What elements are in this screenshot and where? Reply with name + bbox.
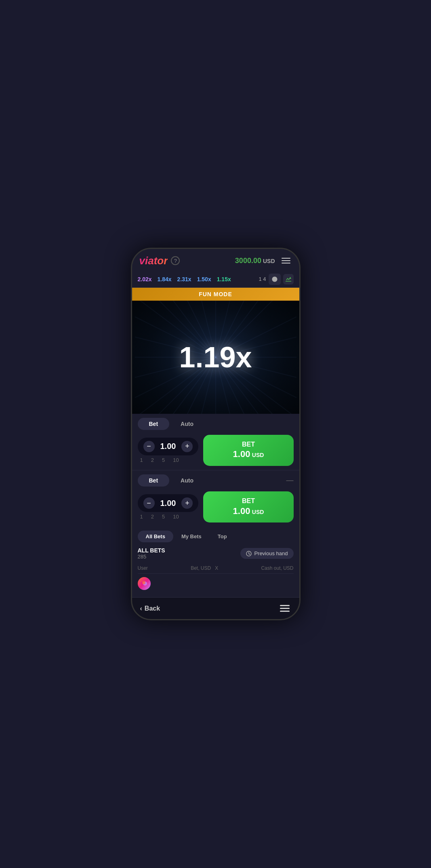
bet-row-1: − 1.00 + 1 2 5 10 BET 1.00 USD bbox=[138, 435, 294, 466]
bet-increase-2[interactable]: + bbox=[181, 497, 193, 509]
fun-mode-label: FUN MODE bbox=[199, 291, 232, 297]
bet-quick-1: 1 2 5 10 bbox=[138, 457, 199, 463]
bet-quick-2: 1 2 5 10 bbox=[138, 514, 199, 520]
bet-tab-1-auto[interactable]: Auto bbox=[169, 418, 205, 430]
avatar-icon bbox=[140, 579, 148, 588]
clock-icon bbox=[246, 551, 252, 556]
hamburger-button[interactable] bbox=[278, 603, 291, 613]
header: viator ? 3000.00USD bbox=[132, 249, 299, 271]
phone-inner: viator ? 3000.00USD 2.02x 1.84x 2.31x bbox=[132, 249, 299, 619]
bet-tabs-2: Bet Auto bbox=[138, 474, 294, 487]
back-icon: ‹ bbox=[140, 605, 142, 612]
bets-count: 285 bbox=[138, 554, 165, 560]
hamburger-line-1 bbox=[280, 605, 290, 606]
col-bet: Bet, USD X bbox=[191, 565, 218, 571]
main-multiplier: 1.19x bbox=[179, 341, 252, 374]
help-button[interactable]: ? bbox=[171, 256, 180, 265]
bet-quick-1-5[interactable]: 5 bbox=[162, 457, 165, 463]
col-user: User bbox=[138, 565, 148, 571]
mult-item-5[interactable]: 1.15x bbox=[217, 276, 231, 282]
bet-quick-1-1[interactable]: 1 bbox=[140, 457, 143, 463]
mult-item-2[interactable]: 1.84x bbox=[158, 276, 172, 282]
mult-item-3[interactable]: 2.31x bbox=[177, 276, 191, 282]
bet-quick-2-2[interactable]: 2 bbox=[151, 514, 154, 520]
bet-input-group-1: − 1.00 + bbox=[138, 438, 199, 455]
bets-section: All Bets My Bets Top ALL BETS 285 Previo… bbox=[132, 527, 299, 597]
hamburger-line-3 bbox=[280, 611, 290, 612]
svg-point-36 bbox=[142, 581, 145, 584]
bet-quick-2-5[interactable]: 5 bbox=[162, 514, 165, 520]
bet-button-2-currency: USD bbox=[252, 509, 264, 515]
mult-count: 1 4 bbox=[259, 276, 266, 282]
mult-item-1[interactable]: 2.02x bbox=[138, 276, 152, 282]
col-cashout: Cash out, USD bbox=[261, 565, 293, 571]
bet-panel-2: Bet Auto — − 1.00 + 1 2 5 10 bbox=[132, 470, 299, 527]
bet-quick-1-2[interactable]: 2 bbox=[151, 457, 154, 463]
bet-row-2: − 1.00 + 1 2 5 10 BET 1.00 USD bbox=[138, 491, 294, 522]
bet-quick-1-10[interactable]: 10 bbox=[173, 457, 179, 463]
bet-button-1-currency: USD bbox=[252, 452, 264, 458]
graph-button[interactable] bbox=[283, 274, 294, 284]
bets-title-group: ALL BETS 285 bbox=[138, 547, 165, 560]
bet-tab-2-bet[interactable]: Bet bbox=[138, 474, 170, 487]
back-label: Back bbox=[145, 605, 160, 612]
help-icon-label: ? bbox=[174, 258, 177, 264]
header-right: 3000.00USD bbox=[235, 256, 292, 265]
bet-quick-2-10[interactable]: 10 bbox=[173, 514, 179, 520]
back-button[interactable]: ‹ Back bbox=[140, 605, 160, 612]
bets-tab-top[interactable]: Top bbox=[210, 531, 235, 542]
bet-button-2[interactable]: BET 1.00 USD bbox=[203, 491, 293, 522]
phone-frame: viator ? 3000.00USD 2.02x 1.84x 2.31x bbox=[131, 248, 301, 621]
fun-mode-banner: FUN MODE bbox=[132, 288, 299, 301]
previous-hand-button[interactable]: Previous hand bbox=[240, 548, 293, 559]
menu-line-1 bbox=[282, 258, 290, 259]
header-left: viator ? bbox=[139, 255, 180, 267]
minimize-button[interactable]: — bbox=[286, 476, 294, 485]
bet-quick-2-1[interactable]: 1 bbox=[140, 514, 143, 520]
bets-tabs: All Bets My Bets Top bbox=[138, 531, 294, 542]
balance-amount: 3000.00 bbox=[235, 257, 261, 265]
bet-button-1[interactable]: BET 1.00 USD bbox=[203, 435, 293, 466]
mult-item-4[interactable]: 1.50x bbox=[197, 276, 211, 282]
app-logo: viator bbox=[139, 255, 168, 267]
bet-value-1: 1.00 bbox=[160, 442, 176, 451]
bet-tabs-1: Bet Auto bbox=[138, 418, 294, 430]
bet-button-1-amount: 1.00 bbox=[233, 449, 250, 459]
bets-title: ALL BETS bbox=[138, 547, 165, 554]
bets-tab-all[interactable]: All Bets bbox=[138, 531, 173, 542]
history-button[interactable] bbox=[269, 274, 281, 285]
bets-header: ALL BETS 285 Previous hand bbox=[138, 547, 294, 560]
menu-line-2 bbox=[282, 260, 290, 261]
avatar bbox=[138, 577, 151, 590]
balance-display: 3000.00USD bbox=[235, 257, 275, 265]
bet-button-2-amount: 1.00 bbox=[233, 506, 250, 516]
bet-decrease-1[interactable]: − bbox=[143, 441, 155, 452]
bets-columns: User Bet, USD X Cash out, USD bbox=[138, 563, 294, 574]
bet-value-2: 1.00 bbox=[160, 499, 176, 508]
game-area: 1.19x bbox=[132, 301, 299, 414]
menu-button[interactable] bbox=[280, 256, 292, 265]
bet-button-2-amount-row: 1.00 USD bbox=[233, 506, 264, 517]
bet-button-1-amount-row: 1.00 USD bbox=[233, 449, 264, 460]
bet-increase-1[interactable]: + bbox=[181, 441, 193, 452]
bets-tab-my[interactable]: My Bets bbox=[173, 531, 210, 542]
bet-tab-2-auto[interactable]: Auto bbox=[169, 474, 205, 487]
bet-panel-1: Bet Auto − 1.00 + 1 2 5 10 bbox=[132, 414, 299, 470]
multiplier-bar: 2.02x 1.84x 2.31x 1.50x 1.15x 1 4 bbox=[132, 271, 299, 288]
hamburger-line-2 bbox=[280, 608, 290, 609]
bet-button-2-label: BET bbox=[242, 497, 255, 506]
menu-line-3 bbox=[282, 263, 290, 263]
balance-currency: USD bbox=[263, 258, 275, 264]
bet-button-1-label: BET bbox=[242, 440, 255, 449]
bottom-nav: ‹ Back bbox=[132, 597, 299, 619]
previous-hand-label: Previous hand bbox=[254, 550, 288, 556]
table-row bbox=[138, 574, 294, 593]
mult-controls: 1 4 bbox=[259, 274, 293, 285]
bet-decrease-2[interactable]: − bbox=[143, 497, 155, 509]
bet-tab-1-bet[interactable]: Bet bbox=[138, 418, 170, 430]
bet-input-group-2: − 1.00 + bbox=[138, 494, 199, 512]
